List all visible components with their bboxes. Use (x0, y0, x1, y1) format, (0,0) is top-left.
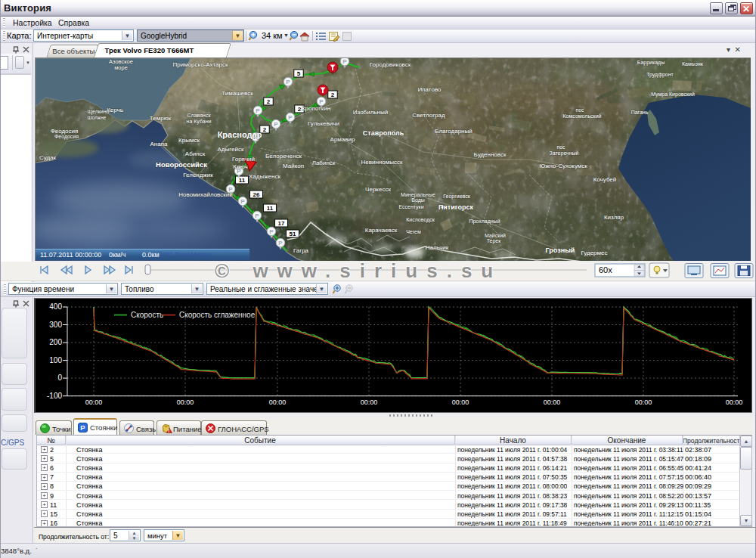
svg-text:Новомихайловский: Новомихайловский (178, 191, 232, 198)
svg-text:Прохладный: Прохладный (469, 219, 500, 225)
svg-text:5: 5 (297, 70, 301, 77)
svg-text:Тимашевск: Тимашевск (222, 90, 253, 97)
svg-text:Ипатово: Ипатово (418, 86, 442, 93)
svg-text:26: 26 (253, 191, 260, 198)
svg-text:Грозный: Грозный (546, 246, 575, 254)
svg-text:Анапа: Анапа (150, 141, 169, 147)
svg-text:Гагра: Гагра (293, 247, 309, 254)
svg-text:P: P (278, 240, 283, 246)
svg-text:200: 200 (49, 338, 62, 346)
svg-text:00:00: 00:00 (269, 398, 287, 406)
svg-text:Армавир: Армавир (330, 136, 355, 143)
svg-text:Майский: Майский (485, 233, 506, 238)
svg-text:Крымск: Крымск (178, 137, 200, 144)
svg-text:P: P (256, 107, 260, 114)
svg-text:60x: 60x (599, 265, 612, 274)
svg-text:Кисловодск: Кисловодск (406, 217, 435, 223)
svg-text:Нальчик: Нальчик (426, 244, 449, 251)
svg-text:Геленджик: Геленджик (183, 172, 213, 178)
svg-text:Георгиевск: Георгиевск (443, 194, 470, 200)
svg-text:0: 0 (57, 374, 62, 382)
svg-text:Буденновск: Буденновск (474, 151, 507, 158)
svg-text:Хадыженск: Хадыженск (249, 173, 280, 180)
svg-text:Темрюк: Темрюк (150, 115, 172, 122)
svg-text:Славянск: Славянск (187, 113, 212, 118)
svg-text:Шолжне: Шолжне (88, 115, 107, 120)
svg-text:Кочубей: Кочубей (593, 176, 617, 183)
svg-text:P: P (286, 79, 290, 85)
svg-text:Черкесск: Черкесск (365, 186, 391, 193)
svg-text:Гудермес: Гудермес (581, 250, 607, 256)
svg-text:17: 17 (278, 220, 285, 227)
svg-text:P: P (274, 121, 278, 128)
svg-text:00:00: 00:00 (452, 398, 469, 406)
svg-text:00:00: 00:00 (726, 398, 743, 406)
svg-text:2: 2 (263, 126, 267, 133)
svg-text:P: P (240, 198, 245, 205)
svg-text:Чегем: Чегем (406, 229, 421, 234)
svg-text:11: 11 (239, 177, 246, 184)
svg-text:Пагань: Пагань (631, 110, 649, 115)
svg-text:00:00: 00:00 (635, 398, 652, 406)
svg-text:11: 11 (267, 205, 274, 212)
svg-text:Феодосия: Феодосия (54, 134, 79, 140)
svg-text:P: P (80, 423, 85, 432)
svg-text:P: P (342, 58, 347, 65)
svg-text:P: P (319, 98, 324, 105)
svg-text:Воды: Воды (411, 197, 425, 203)
svg-text:51: 51 (290, 231, 296, 237)
svg-text:Пятигорск: Пятигорск (438, 203, 473, 211)
svg-text:Ставрополь: Ставрополь (363, 129, 404, 137)
svg-text:Изобильный: Изобильный (353, 109, 388, 116)
svg-text:300: 300 (49, 321, 62, 329)
svg-text:00:00: 00:00 (85, 398, 103, 406)
svg-text:100: 100 (49, 356, 62, 364)
svg-text:Скорость: Скорость (131, 311, 163, 319)
svg-text:P: P (255, 212, 259, 219)
svg-text:Комсомольский: Комсомольский (563, 113, 602, 119)
svg-text:2: 2 (267, 98, 271, 105)
svg-text:Скорость сглаженное: Скорость сглаженное (179, 311, 256, 319)
svg-text:Судак: Судак (39, 154, 57, 161)
svg-text:Трудфронт: Трудфронт (646, 72, 674, 78)
svg-text:Лабинск: Лабинск (312, 160, 336, 166)
svg-text:Абинск: Абинск (185, 150, 206, 157)
svg-text:Гулькевичи: Гулькевичи (308, 120, 339, 127)
svg-text:P: P (288, 114, 293, 121)
svg-text:Ессентуки: Ессентуки (398, 204, 423, 210)
svg-text:Новороссийск: Новороссийск (156, 160, 207, 169)
svg-text:400: 400 (49, 302, 62, 311)
svg-text:Майкоп: Майкоп (283, 163, 304, 169)
svg-text:Горячий: Горячий (232, 156, 255, 163)
svg-text:Терек: Терек (487, 238, 502, 244)
svg-text:Кропоткин: Кропоткин (302, 105, 330, 112)
svg-text:Благодарный: Благодарный (435, 128, 472, 135)
svg-text:Светлоград: Светлоград (412, 112, 445, 119)
svg-text:пос: пос (556, 144, 565, 150)
svg-text:Невинномысск: Невинномысск (361, 159, 403, 166)
svg-text:-100: -100 (47, 392, 62, 400)
svg-text:Адыгейск: Адыгейск (218, 146, 244, 153)
svg-text:Ключ: Ключ (233, 163, 247, 170)
svg-text:00:00: 00:00 (361, 398, 378, 406)
svg-text:пос: пос (575, 107, 584, 113)
svg-text:2: 2 (331, 91, 335, 98)
svg-text:Кизляр: Кизляр (604, 214, 624, 221)
svg-text:море: море (114, 64, 128, 71)
svg-text:00:00: 00:00 (177, 398, 194, 406)
svg-text:Приморско-Ахтарск: Приморско-Ахтарск (173, 61, 228, 68)
svg-text:Городовиковск: Городовиковск (370, 61, 411, 68)
svg-text:Щелкино: Щелкино (87, 109, 109, 115)
svg-text:Баррикады: Баррикады (637, 60, 665, 66)
svg-text:!: ! (168, 428, 169, 433)
svg-text:Белореченск: Белореченск (265, 153, 302, 160)
svg-text:на Кубани: на Кубани (187, 119, 212, 125)
svg-text:Камызяк: Камызяк (682, 61, 704, 67)
svg-text:Мумра Кировский: Мумра Кировский (651, 91, 695, 98)
svg-text:Карачаевск: Карачаевск (365, 227, 398, 234)
svg-text:Затеречный: Затеречный (550, 150, 579, 157)
svg-text:Южно-Сухокумск: Южно-Сухокумск (539, 163, 587, 169)
svg-text:00:00: 00:00 (544, 398, 561, 406)
svg-text:Феодосия: Феодосия (51, 128, 79, 135)
svg-text:Краснодар: Краснодар (218, 130, 262, 139)
